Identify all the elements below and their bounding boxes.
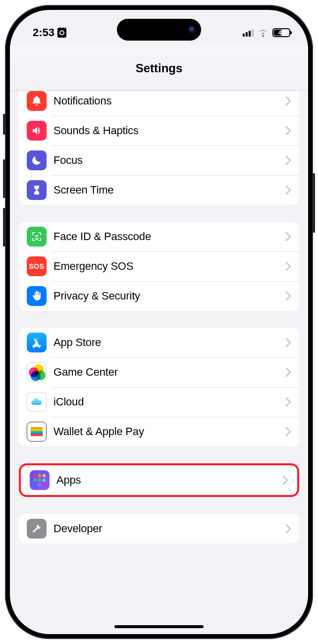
row-label: Developer [53, 522, 285, 535]
screen: 2:53 47 Settings [10, 10, 308, 634]
row-wallet[interactable]: Wallet & Apple Pay [19, 417, 299, 446]
row-label: App Store [53, 336, 285, 349]
row-label: Emergency SOS [53, 260, 285, 273]
row-label: Apps [56, 474, 282, 487]
cellular-icon [243, 29, 254, 37]
row-label: iCloud [53, 396, 285, 408]
chevron-right-icon [285, 524, 291, 534]
settings-group-services: App Store Game Center [19, 328, 299, 446]
row-sounds[interactable]: Sounds & Haptics [19, 116, 299, 146]
portrait-lock-icon [57, 28, 66, 38]
chevron-right-icon [285, 367, 291, 377]
row-privacy[interactable]: Privacy & Security [19, 281, 299, 311]
row-focus[interactable]: Focus [19, 146, 299, 175]
row-icloud[interactable]: iCloud [19, 387, 299, 417]
speaker-icon [27, 121, 47, 141]
settings-group-developer: Developer [19, 514, 299, 544]
moon-icon [27, 150, 47, 170]
power-button [312, 173, 315, 233]
settings-group-apps-highlighted: Apps [19, 463, 299, 497]
side-button [3, 114, 6, 135]
row-developer[interactable]: Developer [19, 514, 299, 544]
wallet-icon [27, 422, 47, 442]
gamecenter-icon [27, 362, 47, 382]
chevron-right-icon [285, 155, 291, 165]
chevron-right-icon [285, 291, 291, 301]
apps-grid-icon [30, 470, 50, 490]
row-label: Focus [53, 154, 285, 167]
row-label: Wallet & Apple Pay [53, 425, 285, 438]
chevron-right-icon [285, 232, 291, 242]
row-label: Sounds & Haptics [53, 124, 285, 137]
row-appstore[interactable]: App Store [19, 328, 299, 357]
chevron-right-icon [285, 185, 291, 195]
page-title: Settings [136, 61, 183, 75]
bell-icon [27, 91, 47, 111]
row-apps[interactable]: Apps [22, 466, 296, 494]
nav-header: Settings [10, 46, 308, 91]
dynamic-island [117, 19, 201, 41]
row-sos[interactable]: SOS Emergency SOS [19, 251, 299, 281]
phone-frame: 2:53 47 Settings [5, 5, 313, 639]
volume-up-button [3, 159, 6, 198]
battery-icon: 47 [272, 28, 290, 37]
battery-level: 47 [278, 30, 284, 36]
chevron-right-icon [285, 427, 291, 437]
sos-icon: SOS [27, 256, 47, 276]
icloud-icon [27, 392, 47, 412]
row-notifications[interactable]: Notifications [19, 91, 299, 116]
wifi-icon [258, 29, 268, 37]
row-screentime[interactable]: Screen Time [19, 175, 299, 205]
chevron-right-icon [285, 338, 291, 347]
settings-content[interactable]: Notifications Sounds & Haptics Focus [10, 91, 308, 634]
chevron-right-icon [285, 126, 291, 136]
row-label: Game Center [53, 366, 285, 379]
row-gamecenter[interactable]: Game Center [19, 357, 299, 387]
hammer-icon [27, 519, 47, 539]
settings-group-security: Face ID & Passcode SOS Emergency SOS Pri… [19, 222, 299, 311]
row-label: Face ID & Passcode [53, 230, 285, 243]
row-faceid[interactable]: Face ID & Passcode [19, 222, 299, 251]
faceid-icon [27, 227, 47, 247]
chevron-right-icon [285, 96, 291, 106]
chevron-right-icon [285, 261, 291, 271]
status-time: 2:53 [33, 26, 54, 39]
row-label: Notifications [53, 95, 285, 107]
settings-group-general: Notifications Sounds & Haptics Focus [19, 91, 299, 205]
row-label: Screen Time [53, 184, 285, 197]
front-camera-icon [188, 26, 196, 34]
home-indicator[interactable] [114, 625, 204, 628]
chevron-right-icon [285, 397, 291, 407]
chevron-right-icon [282, 475, 288, 485]
hand-icon [27, 286, 47, 306]
row-label: Privacy & Security [53, 290, 285, 302]
hourglass-icon [27, 180, 47, 200]
appstore-icon [27, 333, 47, 352]
volume-down-button [3, 208, 6, 247]
